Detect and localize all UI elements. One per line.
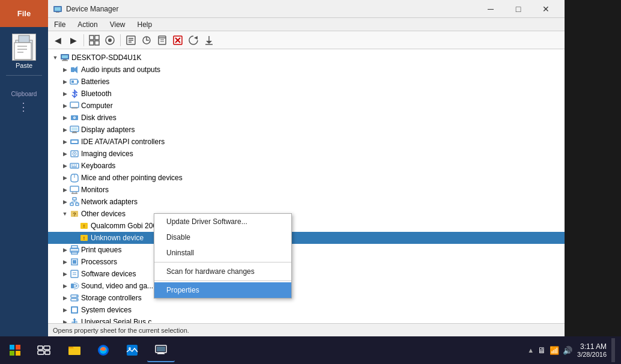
tree-sound[interactable]: ▶ Sound, video and ga... <box>48 280 565 292</box>
batteries-label: Batteries <box>81 77 109 86</box>
tree-processors[interactable]: ▶ Processors <box>48 256 565 268</box>
storage-icon <box>70 293 79 303</box>
uninstall-toolbar-button[interactable] <box>171 33 185 47</box>
usb-expander[interactable]: ▶ <box>60 317 70 323</box>
show-desktop-button[interactable] <box>611 338 615 362</box>
tree-keyboards[interactable]: ▶ Keyboards <box>48 160 565 172</box>
keyboards-expander[interactable]: ▶ <box>60 161 70 171</box>
ctx-uninstall[interactable]: Uninstall <box>154 245 291 261</box>
device-manager-taskbar[interactable] <box>147 338 175 362</box>
firefox-taskbar[interactable] <box>89 338 117 362</box>
photos-taskbar[interactable] <box>118 338 146 362</box>
ide-expander[interactable]: ▶ <box>60 137 70 147</box>
ctx-properties[interactable]: Properties <box>154 282 291 298</box>
more-options-icon: ⋮ <box>18 100 30 114</box>
forward-button[interactable]: ▶ <box>66 33 80 47</box>
svg-point-44 <box>74 117 75 118</box>
tree-usb[interactable]: ▶ Universal Serial Bus c... <box>48 316 565 323</box>
sound-expander[interactable]: ▶ <box>60 281 70 291</box>
ctx-disable[interactable]: Disable <box>154 229 291 245</box>
tree-disk[interactable]: ▶ Disk drives <box>48 112 565 124</box>
hidden-devices-button[interactable] <box>103 33 117 47</box>
tree-ide[interactable]: ▶ IDE ATA/ATAPI controllers <box>48 136 565 148</box>
back-button[interactable]: ◀ <box>50 33 65 47</box>
ctx-update-driver[interactable]: Update Driver Software... <box>154 214 291 229</box>
menu-action[interactable]: Action <box>71 19 103 30</box>
batteries-expander[interactable]: ▶ <box>60 77 70 86</box>
monitors-expander[interactable]: ▶ <box>60 185 70 195</box>
network-expander[interactable]: ▶ <box>60 197 70 207</box>
display-expander[interactable]: ▶ <box>60 125 70 135</box>
tree-computer[interactable]: ▶ Computer <box>48 100 565 112</box>
tree-print[interactable]: ▶ Print queues <box>48 244 565 256</box>
tree-root[interactable]: ▼ DESKTOP-SDD4U1K <box>48 52 565 64</box>
view-button[interactable] <box>87 33 101 47</box>
mouse-icon <box>70 173 79 183</box>
ide-icon <box>70 137 79 147</box>
maximize-button[interactable]: □ <box>504 0 532 18</box>
tree-imaging[interactable]: ▶ Imaging devices <box>48 148 565 160</box>
tree-batteries[interactable]: ▶ Batteries <box>48 76 565 88</box>
tree-monitors[interactable]: ▶ Monitors <box>48 184 565 196</box>
device-tree[interactable]: ▼ DESKTOP-SDD4U1K ▶ <box>48 49 565 323</box>
tree-qualcomm[interactable]: ! Qualcomm Gobi 2000 <box>48 220 565 232</box>
start-button[interactable] <box>0 336 30 364</box>
paste-button[interactable]: Paste <box>3 30 45 72</box>
tree-network[interactable]: ▶ Network adapters <box>48 196 565 208</box>
close-button[interactable]: ✕ <box>532 0 560 18</box>
storage-expander[interactable]: ▶ <box>60 293 70 303</box>
svg-rect-60 <box>70 186 79 192</box>
svg-rect-57 <box>76 165 77 166</box>
minimize-button[interactable]: ─ <box>477 0 504 18</box>
svg-rect-100 <box>16 345 20 350</box>
computer-expander[interactable]: ▶ <box>60 101 70 111</box>
processors-expander[interactable]: ▶ <box>60 257 70 267</box>
disable-toolbar-button[interactable] <box>155 33 169 47</box>
clipboard-label: Clipboard <box>11 91 37 97</box>
tray-up-arrow[interactable]: ▲ <box>527 347 534 354</box>
download-toolbar-button[interactable] <box>202 33 216 47</box>
tree-mice[interactable]: ▶ Mice and other pointing devices <box>48 172 565 184</box>
tree-storage[interactable]: ▶ Storage controllers <box>48 292 565 304</box>
svg-rect-39 <box>71 80 74 83</box>
tree-bluetooth[interactable]: ▶ Bluetooth <box>48 88 565 100</box>
tree-unknown[interactable]: ! Unknown device <box>48 232 565 244</box>
tree-software[interactable]: ▶ Software devices <box>48 268 565 280</box>
software-expander[interactable]: ▶ <box>60 269 70 279</box>
menu-file[interactable]: File <box>48 19 71 30</box>
toolbar-separator-2 <box>120 34 121 46</box>
svg-rect-103 <box>38 346 43 350</box>
imaging-expander[interactable]: ▶ <box>60 149 70 159</box>
mice-expander[interactable]: ▶ <box>60 173 70 183</box>
svg-marker-27 <box>194 36 198 40</box>
system-expander[interactable]: ▶ <box>60 305 70 315</box>
ctx-scan[interactable]: Scan for hardware changes <box>154 264 291 279</box>
root-expander[interactable]: ▼ <box>50 53 60 62</box>
tree-other[interactable]: ▼ ? Other devices <box>48 208 565 220</box>
file-explorer-taskbar[interactable] <box>61 338 88 362</box>
scan-changes-toolbar-button[interactable] <box>186 33 201 47</box>
monitors-label: Monitors <box>81 186 109 194</box>
bluetooth-expander[interactable]: ▶ <box>60 89 70 99</box>
scan-hardware-toolbar-button[interactable] <box>139 33 154 47</box>
print-expander[interactable]: ▶ <box>60 245 70 255</box>
display-label: Display adapters <box>81 126 135 134</box>
menu-view[interactable]: View <box>104 19 132 30</box>
tree-display[interactable]: ▶ Display adapters <box>48 124 565 136</box>
other-expander[interactable]: ▼ <box>60 209 70 219</box>
svg-rect-11 <box>89 41 94 45</box>
tree-system[interactable]: ▶ System devices <box>48 304 565 316</box>
disk-expander[interactable]: ▶ <box>60 113 70 123</box>
menu-help[interactable]: Help <box>132 19 159 30</box>
taskbar-clock[interactable]: 3:11 AM 3/28/2016 <box>577 342 607 358</box>
bluetooth-icon <box>70 89 79 99</box>
audio-expander[interactable]: ▶ <box>60 65 70 74</box>
system-icon <box>70 305 79 315</box>
properties-toolbar-button[interactable] <box>124 33 138 47</box>
svg-text:?: ? <box>73 211 76 217</box>
svg-rect-66 <box>76 203 79 205</box>
tree-audio[interactable]: ▶ Audio inputs and outputs <box>48 64 565 76</box>
left-panel: File Paste Clipboard ⋮ <box>0 0 48 336</box>
task-view-button[interactable] <box>30 338 58 362</box>
file-tab[interactable]: File <box>0 0 48 27</box>
